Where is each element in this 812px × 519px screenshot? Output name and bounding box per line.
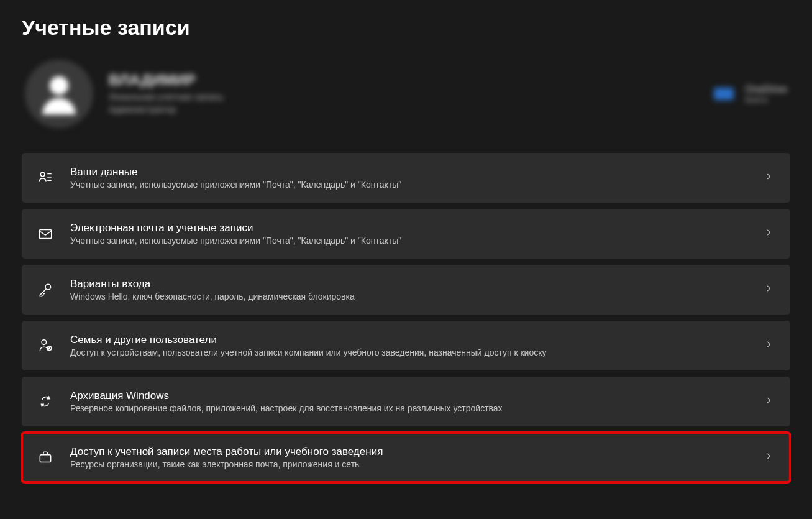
page-title: Учетные записи bbox=[22, 16, 790, 40]
item-desc: Windows Hello, ключ безопасности, пароль… bbox=[70, 292, 748, 301]
profile-left: ВЛАДИМИР Локальная учетная запись Админи… bbox=[25, 60, 224, 128]
item-title: Электронная почта и учетные записи bbox=[70, 222, 748, 234]
backup-sync-icon bbox=[37, 393, 54, 410]
item-desc: Ресурсы организации, такие как электронн… bbox=[70, 459, 748, 469]
profile-account-type: Локальная учетная запись bbox=[109, 91, 224, 102]
svg-point-0 bbox=[50, 76, 68, 95]
item-title: Ваши данные bbox=[70, 166, 748, 178]
item-body: Архивация Windows Резервное копирование … bbox=[70, 390, 748, 413]
onedrive-icon bbox=[714, 88, 734, 100]
item-body: Электронная почта и учетные записи Учетн… bbox=[70, 222, 748, 246]
chevron-right-icon bbox=[764, 452, 775, 463]
cloud-status[interactable]: OneDrive Войти bbox=[714, 84, 787, 104]
profile-section: ВЛАДИМИР Локальная учетная запись Админи… bbox=[22, 60, 790, 128]
chevron-right-icon bbox=[764, 172, 775, 183]
chevron-right-icon bbox=[764, 228, 775, 239]
briefcase-icon bbox=[37, 449, 54, 466]
item-work-school-access[interactable]: Доступ к учетной записи места работы или… bbox=[22, 433, 790, 482]
key-icon bbox=[37, 281, 54, 298]
item-desc: Учетные записи, используемые приложениям… bbox=[70, 236, 748, 246]
chevron-right-icon bbox=[764, 340, 775, 351]
item-desc: Резервное копирование файлов, приложений… bbox=[70, 403, 748, 413]
chevron-right-icon bbox=[764, 396, 775, 407]
svg-rect-5 bbox=[39, 230, 52, 239]
item-email-accounts[interactable]: Электронная почта и учетные записи Учетн… bbox=[22, 209, 790, 259]
person-list-icon bbox=[37, 169, 54, 186]
item-windows-backup[interactable]: Архивация Windows Резервное копирование … bbox=[22, 377, 790, 426]
cloud-title: OneDrive bbox=[745, 84, 787, 95]
chevron-right-icon bbox=[764, 284, 775, 295]
item-body: Семья и другие пользователи Доступ к уст… bbox=[70, 334, 748, 357]
svg-point-6 bbox=[45, 284, 51, 290]
item-signin-options[interactable]: Варианты входа Windows Hello, ключ безоп… bbox=[22, 265, 790, 315]
settings-list: Ваши данные Учетные записи, используемые… bbox=[22, 153, 790, 482]
svg-point-7 bbox=[42, 340, 47, 345]
item-title: Варианты входа bbox=[70, 278, 748, 290]
profile-name: ВЛАДИМИР bbox=[109, 71, 224, 89]
profile-text: ВЛАДИМИР Локальная учетная запись Админи… bbox=[109, 71, 224, 116]
person-add-icon bbox=[37, 337, 54, 354]
item-desc: Учетные записи, используемые приложениям… bbox=[70, 180, 748, 190]
profile-role: Администратор bbox=[109, 104, 224, 114]
item-family-users[interactable]: Семья и другие пользователи Доступ к уст… bbox=[22, 321, 790, 370]
cloud-status-text: Войти bbox=[745, 95, 787, 104]
item-body: Варианты входа Windows Hello, ключ безоп… bbox=[70, 278, 748, 301]
avatar bbox=[25, 60, 93, 128]
item-title: Семья и другие пользователи bbox=[70, 334, 748, 346]
item-title: Архивация Windows bbox=[70, 390, 748, 402]
item-title: Доступ к учетной записи места работы или… bbox=[70, 446, 748, 458]
item-body: Доступ к учетной записи места работы или… bbox=[70, 446, 748, 469]
svg-point-1 bbox=[40, 172, 45, 177]
mail-icon bbox=[37, 225, 54, 242]
item-your-info[interactable]: Ваши данные Учетные записи, используемые… bbox=[22, 153, 790, 203]
svg-rect-11 bbox=[40, 455, 50, 462]
item-body: Ваши данные Учетные записи, используемые… bbox=[70, 166, 748, 190]
item-desc: Доступ к устройствам, пользователи учетн… bbox=[70, 347, 748, 357]
